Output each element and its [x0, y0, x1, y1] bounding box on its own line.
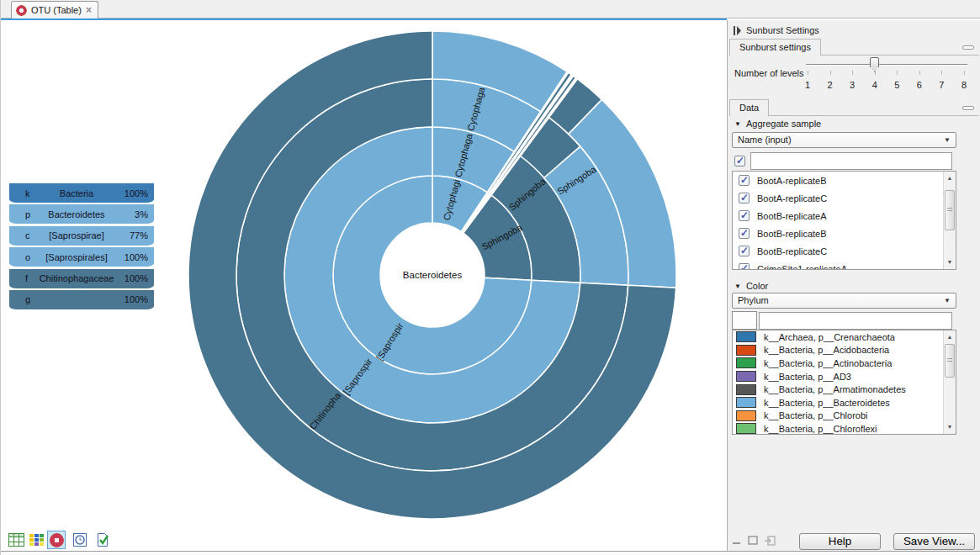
aggregate-sample-dropdown[interactable]: Name (input) ▼ [732, 132, 956, 148]
sample-checkbox[interactable] [739, 246, 750, 256]
collapse-sunburst-settings-icon[interactable] [962, 45, 974, 50]
sample-checkbox[interactable] [739, 228, 750, 239]
scroll-up-icon[interactable]: ▲ [944, 172, 956, 184]
phylum-color-legend[interactable]: k__Archaea, p__Crenarchaeotak__Bacteria,… [732, 330, 956, 435]
legend-color-swatch[interactable] [736, 410, 756, 421]
legend-label: k__Archaea, p__Crenarchaeota [764, 332, 895, 342]
history-view-icon[interactable] [71, 531, 89, 549]
sunburst-center-label: Bacteroidetes [403, 270, 463, 280]
legend-color-swatch[interactable] [736, 384, 756, 395]
section-sunburst-settings: Sunburst settings [729, 39, 979, 56]
collapse-panel-icon[interactable] [733, 26, 741, 35]
levels-slider-track[interactable] [806, 64, 967, 65]
disclosure-icon[interactable]: ▼ [734, 120, 741, 128]
legend-color-swatch[interactable] [736, 397, 756, 408]
tab-bar: OTU (Table) × [1, 0, 980, 18]
sample-label: BootA-replicateB [757, 176, 827, 186]
legend-item[interactable]: k__Bacteria, p__Armatimonadetes [733, 383, 956, 396]
section-title: Sunburst settings [729, 39, 821, 56]
sample-label: BootB-replicateC [757, 246, 827, 256]
dock-panel-icon[interactable] [765, 536, 776, 547]
sample-list-scrollbar[interactable]: ▲ ▼ [943, 172, 956, 269]
sample-checkbox[interactable] [739, 175, 750, 186]
legend-scrollbar[interactable]: ▲ ▼ [943, 330, 956, 434]
legend-color-swatch[interactable] [736, 357, 756, 368]
taxonomy-hover-table: kBacteria100%pBacteroidetes3%c[Saprospir… [9, 183, 154, 311]
table-view-icon[interactable] [7, 531, 25, 549]
minimize-panel-icon[interactable] [732, 536, 742, 547]
slider-ticks [808, 71, 964, 79]
scrollbar-thumb[interactable] [945, 190, 955, 230]
sunburst-view: BacteroidetesCytophagiCytophagaCytophaga… [1, 20, 727, 551]
element-info-view-icon[interactable] [93, 531, 112, 549]
legend-item[interactable]: k__Bacteria, p__AD3 [733, 370, 956, 383]
app-window: OTU (Table) × BacteroidetesCytophagiCyto… [0, 0, 980, 555]
legend-label: k__Bacteria, p__Bacteroidetes [764, 398, 890, 408]
legend-color-swatch[interactable] [736, 331, 756, 342]
slider-tick-label: 3 [850, 80, 855, 90]
sample-checkbox[interactable] [739, 263, 750, 270]
taxonomy-row-p: pBacteroidetes3% [9, 204, 154, 224]
sample-list-item[interactable]: BootA-replicateC [733, 189, 956, 207]
color-swatch-button[interactable] [732, 311, 757, 330]
sample-list-item[interactable]: CrimeSite1-replicateA [733, 260, 956, 270]
legend-label: k__Bacteria, p__Chloroflexi [764, 424, 877, 434]
legend-item[interactable]: k__Bacteria, p__Bacteroidetes [733, 396, 956, 410]
slider-tick [852, 71, 853, 75]
legend-color-swatch[interactable] [736, 345, 756, 356]
sample-list[interactable]: BootA-replicateBBootA-replicateCBootB-re… [732, 171, 956, 270]
slider-tick [808, 71, 808, 75]
maximize-panel-icon[interactable] [748, 536, 759, 547]
scroll-down-icon[interactable]: ▼ [944, 256, 956, 268]
window-bottom-edge [1, 551, 980, 555]
save-view-button[interactable]: Save View... [893, 533, 975, 550]
legend-label: k__Bacteria, p__Chlorobi [764, 410, 868, 420]
color-group[interactable]: ▼ Color [734, 281, 768, 291]
slider-tick-label: 4 [872, 80, 877, 90]
sunburst-view-icon[interactable] [47, 531, 66, 549]
legend-item[interactable]: k__Bacteria, p__Chlorobi [733, 410, 956, 423]
scrollbar-thumb[interactable] [945, 344, 955, 378]
color-by-dropdown[interactable]: Phylum ▼ [732, 293, 956, 309]
collapse-data-icon[interactable] [962, 106, 974, 110]
help-button[interactable]: Help [799, 533, 881, 550]
section-title: Data [729, 99, 769, 116]
taxonomy-row-o: o[Saprospirales]100% [9, 247, 154, 267]
slider-tick-label: 1 [805, 80, 810, 90]
sample-label: BootB-replicateB [757, 229, 827, 239]
sample-checkbox[interactable] [739, 210, 750, 221]
slider-tick [875, 71, 876, 75]
sample-list-item[interactable]: BootB-replicateB [733, 225, 956, 242]
sample-list-item[interactable]: BootB-replicateC [733, 242, 956, 260]
scroll-down-icon[interactable]: ▼ [944, 421, 956, 433]
legend-color-swatch[interactable] [736, 423, 756, 434]
slider-tick [964, 71, 965, 75]
sample-list-item[interactable]: BootA-replicateB [733, 172, 956, 189]
taxon-filter-input[interactable] [759, 312, 952, 330]
legend-label: k__Bacteria, p__Armatimonadetes [764, 384, 906, 394]
tab-close-icon[interactable]: × [86, 5, 92, 15]
legend-label: k__Bacteria, p__Acidobacteria [764, 345, 889, 355]
slider-tick-label: 7 [939, 80, 944, 90]
slider-tick-label: 6 [917, 80, 922, 90]
bar-chart-view-icon[interactable] [27, 531, 45, 549]
taxonomy-row-f: fChitinophagaceae100% [9, 269, 154, 288]
sample-checkbox[interactable] [739, 193, 750, 204]
legend-item[interactable]: k__Bacteria, p__Acidobacteria [733, 344, 956, 357]
slider-tick [897, 71, 898, 75]
select-all-samples-checkbox[interactable] [734, 156, 745, 166]
legend-item[interactable]: k__Bacteria, p__Actinobacteria [733, 357, 956, 370]
sample-list-item[interactable]: BootB-replicateA [733, 207, 956, 225]
sample-label: CrimeSite1-replicateA [757, 264, 847, 271]
disclosure-icon[interactable]: ▼ [734, 283, 741, 290]
sample-filter-input[interactable] [750, 152, 952, 170]
legend-color-swatch[interactable] [736, 371, 756, 382]
panel-title: Sunburst Settings [746, 25, 819, 35]
section-data: Data [729, 99, 979, 116]
legend-item[interactable]: k__Bacteria, p__Chloroflexi [733, 422, 956, 435]
scroll-up-icon[interactable]: ▲ [944, 331, 956, 343]
legend-item[interactable]: k__Archaea, p__Crenarchaeota [733, 330, 956, 344]
aggregate-sample-group[interactable]: ▼ Aggregate sample [734, 119, 821, 129]
view-switch-toolbar [1, 530, 727, 551]
tab-otu-table[interactable]: OTU (Table) × [11, 1, 98, 18]
